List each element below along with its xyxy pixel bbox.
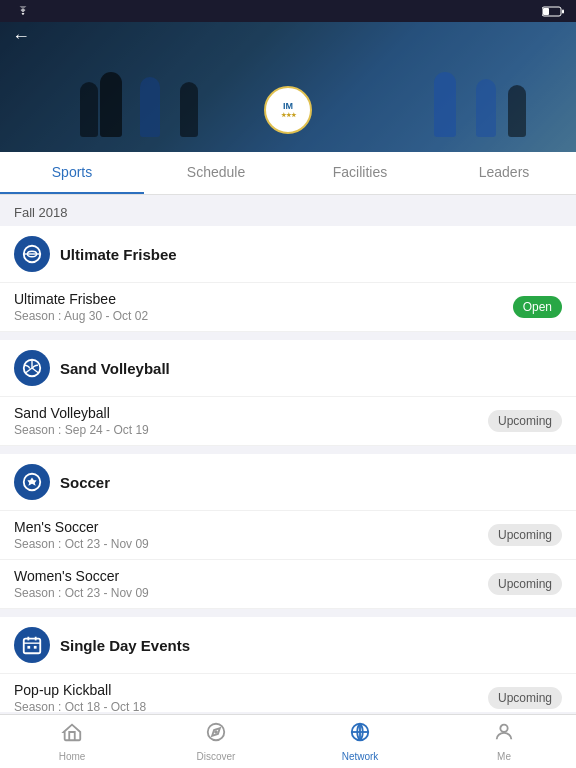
status-badge-ultimate-frisbee-open: Open [513, 296, 562, 318]
status-badge-womens-soccer: Upcoming [488, 573, 562, 595]
svg-rect-1 [562, 9, 564, 13]
bottom-tab-label-discover: Discover [197, 751, 236, 762]
sport-item-info-mens-soccer: Men's Soccer Season : Oct 23 - Nov 09 [14, 519, 488, 551]
nav-tabs: SportsScheduleFacilitiesLeaders [0, 152, 576, 195]
sport-item-info-sand-volleyball-upcoming: Sand Volleyball Season : Sep 24 - Oct 19 [14, 405, 488, 437]
bottom-tab-icon-discover [205, 721, 227, 748]
back-button[interactable]: ← [12, 26, 30, 47]
nav-tab-leaders[interactable]: Leaders [432, 152, 576, 194]
sport-category-name-ultimate-frisbee: Ultimate Frisbee [60, 246, 177, 263]
separator-1 [0, 332, 576, 340]
wifi-icon [16, 6, 30, 17]
sport-category-single-day-events[interactable]: Single Day Events [0, 617, 576, 674]
bottom-tab-discover[interactable]: Discover [144, 721, 288, 762]
sport-icon-soccer [14, 464, 50, 500]
sport-icon-single-day-events [14, 627, 50, 663]
bottom-tab-icon-me [493, 721, 515, 748]
status-bar [0, 0, 576, 22]
separator-3 [0, 609, 576, 617]
hero-logo: IM ★★★ [264, 86, 312, 134]
sport-item-season-popup-kickball: Season : Oct 18 - Oct 18 [14, 700, 488, 712]
bottom-tab-bar: Home Discover Network Me [0, 714, 576, 768]
separator-2 [0, 446, 576, 454]
sport-item-info-ultimate-frisbee-open: Ultimate Frisbee Season : Aug 30 - Oct 0… [14, 291, 513, 323]
sport-item-name-sand-volleyball-upcoming: Sand Volleyball [14, 405, 488, 421]
sport-category-ultimate-frisbee[interactable]: Ultimate Frisbee [0, 226, 576, 283]
sport-item-info-popup-kickball: Pop-up Kickball Season : Oct 18 - Oct 18 [14, 682, 488, 712]
nav-tab-facilities[interactable]: Facilities [288, 152, 432, 194]
sport-item-ultimate-frisbee-open[interactable]: Ultimate Frisbee Season : Aug 30 - Oct 0… [0, 283, 576, 332]
bottom-tab-home[interactable]: Home [0, 721, 144, 762]
bottom-tab-icon-home [61, 721, 83, 748]
bottom-tab-label-network: Network [342, 751, 379, 762]
bottom-tab-icon-network [349, 721, 371, 748]
status-badge-popup-kickball: Upcoming [488, 687, 562, 709]
sport-item-name-popup-kickball: Pop-up Kickball [14, 682, 488, 698]
sport-item-name-womens-soccer: Women's Soccer [14, 568, 488, 584]
svg-rect-2 [543, 8, 549, 15]
sport-item-mens-soccer[interactable]: Men's Soccer Season : Oct 23 - Nov 09 Up… [0, 511, 576, 560]
svg-rect-9 [24, 639, 41, 654]
sport-icon-ultimate-frisbee [14, 236, 50, 272]
sport-category-soccer[interactable]: Soccer [0, 454, 576, 511]
sport-item-info-womens-soccer: Women's Soccer Season : Oct 23 - Nov 09 [14, 568, 488, 600]
sport-item-season-womens-soccer: Season : Oct 23 - Nov 09 [14, 586, 488, 600]
sport-item-sand-volleyball-upcoming[interactable]: Sand Volleyball Season : Sep 24 - Oct 19… [0, 397, 576, 446]
sport-item-name-mens-soccer: Men's Soccer [14, 519, 488, 535]
bottom-tab-label-home: Home [59, 751, 86, 762]
bottom-tab-me[interactable]: Me [432, 721, 576, 762]
status-badge-mens-soccer: Upcoming [488, 524, 562, 546]
section-header: Fall 2018 [0, 195, 576, 226]
bottom-tab-network[interactable]: Network [288, 721, 432, 762]
svg-rect-13 [27, 646, 30, 649]
battery-icon [542, 6, 564, 17]
svg-point-20 [500, 725, 507, 732]
hero-banner: IM ★★★ [0, 22, 576, 152]
hero-logo-text: IM ★★★ [281, 101, 296, 119]
sport-item-season-ultimate-frisbee-open: Season : Aug 30 - Oct 02 [14, 309, 513, 323]
nav-tab-schedule[interactable]: Schedule [144, 152, 288, 194]
sport-item-popup-kickball[interactable]: Pop-up Kickball Season : Oct 18 - Oct 18… [0, 674, 576, 712]
svg-point-16 [215, 731, 217, 733]
svg-rect-14 [34, 646, 37, 649]
sport-item-season-sand-volleyball-upcoming: Season : Sep 24 - Oct 19 [14, 423, 488, 437]
svg-marker-8 [27, 477, 36, 485]
sport-category-name-single-day-events: Single Day Events [60, 637, 190, 654]
status-left [12, 6, 30, 17]
sport-item-womens-soccer[interactable]: Women's Soccer Season : Oct 23 - Nov 09 … [0, 560, 576, 609]
sport-icon-sand-volleyball [14, 350, 50, 386]
sport-item-season-mens-soccer: Season : Oct 23 - Nov 09 [14, 537, 488, 551]
status-right [538, 6, 564, 17]
content-area: Fall 2018 Ultimate Frisbee Ultimate Fris… [0, 195, 576, 712]
nav-tab-sports[interactable]: Sports [0, 152, 144, 194]
status-badge-sand-volleyball-upcoming: Upcoming [488, 410, 562, 432]
sport-item-name-ultimate-frisbee-open: Ultimate Frisbee [14, 291, 513, 307]
bottom-tab-label-me: Me [497, 751, 511, 762]
sport-category-sand-volleyball[interactable]: Sand Volleyball [0, 340, 576, 397]
sport-category-name-sand-volleyball: Sand Volleyball [60, 360, 170, 377]
sport-category-name-soccer: Soccer [60, 474, 110, 491]
